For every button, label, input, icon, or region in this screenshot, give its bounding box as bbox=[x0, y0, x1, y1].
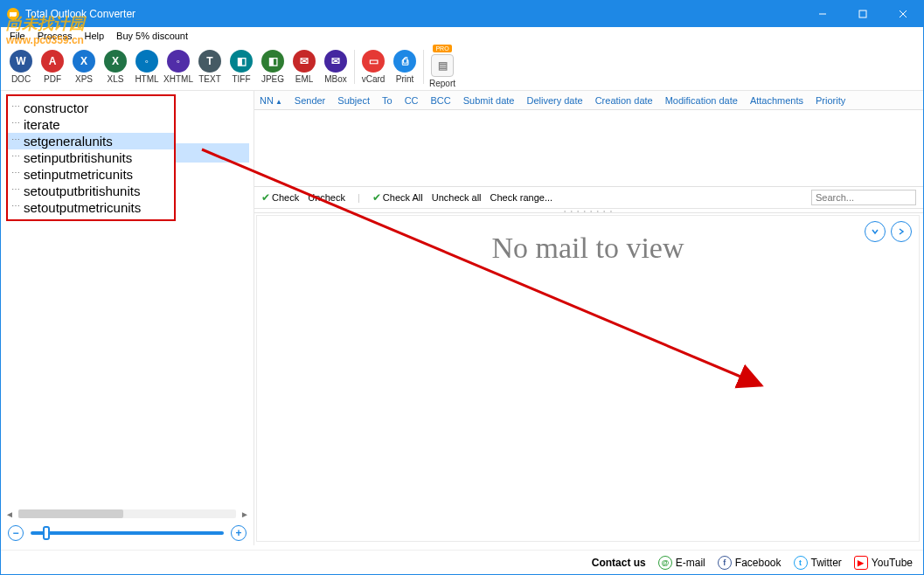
check-all-button[interactable]: ✔Check All bbox=[372, 191, 423, 204]
check-button[interactable]: ✔Check bbox=[261, 191, 299, 204]
scroll-right-icon[interactable]: ► bbox=[240, 509, 250, 519]
tree-node[interactable]: setgeneralunits bbox=[8, 133, 174, 149]
toolbar-tiff[interactable]: ◧TIFF bbox=[228, 50, 254, 84]
toolbar-eml[interactable]: ✉EML bbox=[291, 50, 317, 84]
folder-tree[interactable]: constructoriteratesetgeneralunitssetinpu… bbox=[6, 94, 176, 221]
tree-node[interactable]: setoutputbritishunits bbox=[8, 183, 174, 199]
check-range-button[interactable]: Check range... bbox=[490, 192, 553, 203]
contact-us-label: Contact us bbox=[592, 557, 646, 569]
toolbar-label: PDF bbox=[44, 74, 61, 84]
zoom-thumb[interactable] bbox=[43, 526, 50, 540]
toolbar-label: TEXT bbox=[198, 74, 221, 84]
uncheck-all-button[interactable]: Uncheck all bbox=[432, 192, 482, 203]
toolbar-html[interactable]: ◦HTML bbox=[134, 50, 160, 84]
jpeg-icon: ◧ bbox=[261, 50, 284, 73]
column-nn[interactable]: NN▲ bbox=[260, 95, 282, 106]
toolbar-label: EML bbox=[295, 74, 314, 84]
footer: Contact us @E-mail fFacebook tTwitter ▶Y… bbox=[1, 550, 923, 574]
main: constructoriteratesetgeneralunitssetinpu… bbox=[1, 91, 923, 545]
tree-node[interactable]: setinputbritishunits bbox=[8, 149, 174, 166]
toolbar-label: vCard bbox=[362, 74, 386, 84]
toolbar-jpeg[interactable]: ◧JPEG bbox=[260, 50, 286, 84]
column-submit-date[interactable]: Submit date bbox=[463, 95, 515, 106]
zoom-slider[interactable] bbox=[31, 531, 224, 535]
text-icon: T bbox=[198, 50, 221, 73]
tree-node[interactable]: setoutputmetricunits bbox=[8, 199, 174, 216]
toolbar: WDOCAPDFXXPSXXLS◦HTML◦XHTMLTTEXT◧TIFF◧JP… bbox=[1, 45, 923, 91]
toolbar-vcard[interactable]: ▭vCard bbox=[360, 50, 386, 84]
column-cc[interactable]: CC bbox=[405, 95, 419, 106]
scroll-left-icon[interactable]: ◄ bbox=[4, 509, 15, 519]
xls-icon: X bbox=[104, 50, 127, 73]
menubar: File Process Help Buy 5% discount bbox=[1, 27, 923, 45]
preview-down-button[interactable] bbox=[865, 221, 886, 242]
toolbar-doc[interactable]: WDOC bbox=[8, 50, 34, 84]
tree-node[interactable]: constructor bbox=[8, 100, 174, 116]
pro-badge: PRO bbox=[433, 45, 451, 52]
sidebar-hscrollbar[interactable]: ◄ ► bbox=[1, 507, 254, 521]
eml-icon: ✉ bbox=[293, 50, 316, 73]
splitter[interactable]: ● ● ● ● ● ● ● ● bbox=[254, 208, 923, 213]
toolbar-print[interactable]: ⎙Print bbox=[392, 50, 418, 84]
youtube-icon: ▶ bbox=[854, 556, 868, 570]
preview-next-button[interactable] bbox=[891, 221, 912, 242]
toolbar-xhtml[interactable]: ◦XHTML bbox=[165, 50, 191, 84]
html-icon: ◦ bbox=[135, 50, 158, 73]
no-mail-message: No mail to view bbox=[491, 232, 684, 265]
search-input[interactable] bbox=[811, 190, 916, 205]
mail-list[interactable] bbox=[254, 110, 923, 187]
maximize-button[interactable] bbox=[843, 1, 883, 27]
column-to[interactable]: To bbox=[382, 95, 393, 106]
toolbar-pdf[interactable]: APDF bbox=[39, 50, 66, 84]
toolbar-label: Print bbox=[396, 74, 414, 84]
zoom-row: − + bbox=[1, 521, 254, 545]
check-icon: ✔ bbox=[261, 191, 270, 204]
toolbar-label: HTML bbox=[135, 74, 158, 84]
zoom-in-button[interactable]: + bbox=[231, 525, 247, 541]
column-delivery-date[interactable]: Delivery date bbox=[526, 95, 582, 106]
menu-help[interactable]: Help bbox=[79, 29, 109, 43]
toolbar-xls[interactable]: XXLS bbox=[102, 50, 129, 84]
toolbar-label: MBox bbox=[324, 74, 347, 84]
toolbar-report[interactable]: PRO ▤ Report bbox=[429, 50, 455, 88]
checkbar: ✔Check Uncheck | ✔Check All Uncheck all … bbox=[254, 187, 923, 208]
toolbar-xps[interactable]: XXPS bbox=[71, 50, 97, 84]
column-subject[interactable]: Subject bbox=[337, 95, 370, 106]
column-sender[interactable]: Sender bbox=[295, 95, 325, 106]
sort-arrow-icon: ▲ bbox=[275, 98, 282, 106]
tree-node[interactable]: iterate bbox=[8, 116, 174, 133]
svg-rect-1 bbox=[10, 12, 17, 17]
menu-file[interactable]: File bbox=[4, 29, 31, 43]
toolbar-mbox[interactable]: ✉MBox bbox=[323, 50, 349, 84]
app-title: Total Outlook Converter bbox=[25, 8, 135, 20]
column-attachments[interactable]: Attachments bbox=[750, 95, 803, 106]
email-icon: @ bbox=[658, 556, 672, 570]
svg-rect-3 bbox=[859, 10, 866, 17]
toolbar-label: XLS bbox=[108, 74, 124, 84]
column-modification-date[interactable]: Modification date bbox=[665, 95, 738, 106]
menu-process[interactable]: Process bbox=[32, 29, 78, 43]
toolbar-text[interactable]: TTEXT bbox=[197, 50, 223, 84]
column-bcc[interactable]: BCC bbox=[431, 95, 451, 106]
close-button[interactable] bbox=[883, 1, 923, 27]
menu-discount[interactable]: Buy 5% discount bbox=[111, 29, 193, 43]
column-priority[interactable]: Priority bbox=[816, 95, 845, 106]
vcard-icon: ▭ bbox=[362, 50, 385, 73]
sidebar: constructoriteratesetgeneralunitssetinpu… bbox=[1, 91, 254, 545]
scroll-thumb[interactable] bbox=[18, 509, 123, 518]
social-twitter[interactable]: tTwitter bbox=[794, 556, 842, 570]
report-icon: ▤ bbox=[431, 54, 454, 77]
social-email[interactable]: @E-mail bbox=[658, 556, 705, 570]
mail-columns-header[interactable]: NN▲SenderSubjectToCCBCCSubmit dateDelive… bbox=[254, 91, 923, 110]
print-icon: ⎙ bbox=[393, 50, 416, 73]
zoom-out-button[interactable]: − bbox=[8, 525, 24, 541]
minimize-button[interactable] bbox=[802, 1, 843, 27]
social-facebook[interactable]: fFacebook bbox=[718, 556, 782, 570]
tree-node[interactable]: setinputmetricunits bbox=[8, 166, 174, 183]
toolbar-label: JPEG bbox=[261, 74, 284, 84]
scroll-track[interactable] bbox=[18, 509, 236, 518]
content: NN▲SenderSubjectToCCBCCSubmit dateDelive… bbox=[254, 91, 923, 545]
uncheck-button[interactable]: Uncheck bbox=[308, 192, 345, 203]
column-creation-date[interactable]: Creation date bbox=[595, 95, 653, 106]
social-youtube[interactable]: ▶YouTube bbox=[854, 556, 913, 570]
